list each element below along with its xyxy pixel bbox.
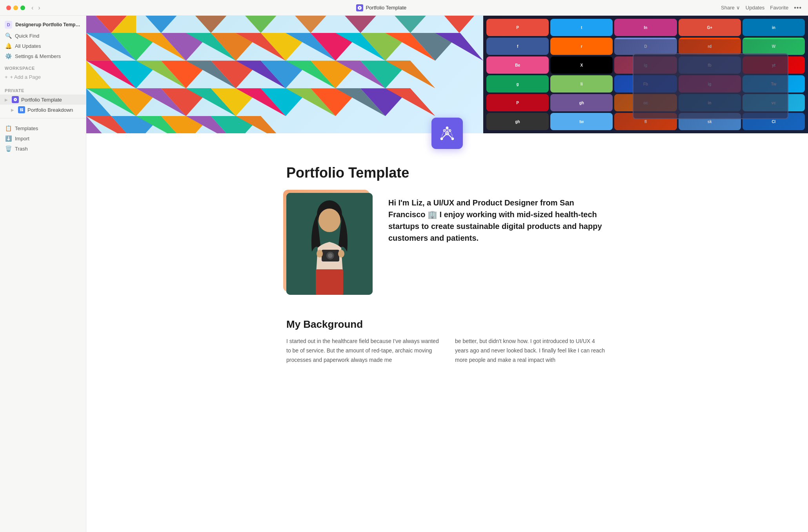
- expand-icon[interactable]: ▶: [3, 96, 9, 103]
- profile-image: [286, 193, 373, 295]
- trash-icon: 🗑️: [5, 145, 12, 152]
- sidebar-divider: [0, 118, 86, 118]
- workspace-section-label: WORKSPACE: [0, 61, 86, 72]
- sidebar-item-import[interactable]: ⬇️ Import: [0, 133, 86, 143]
- bell-icon: 🔔: [5, 43, 12, 49]
- expand-icon-breakdown[interactable]: ▶: [9, 107, 16, 113]
- page-main-icon[interactable]: [431, 118, 463, 149]
- portfolio-breakdown-icon: [18, 106, 25, 113]
- background-col2: be better, but didn't know how. I got in…: [455, 337, 608, 365]
- templates-label: Templates: [15, 125, 38, 131]
- close-button[interactable]: [6, 5, 11, 10]
- hero-background: P t In G+ in f r D rd W Be X ig fb: [86, 16, 808, 133]
- profile-section: Hi I'm Liz, a UI/UX and Product Designer…: [286, 193, 608, 295]
- maximize-button[interactable]: [20, 5, 25, 10]
- svg-point-77: [318, 209, 340, 232]
- window-controls: [6, 5, 25, 10]
- social-icon: r: [550, 38, 613, 55]
- sidebar-bottom-items: 📋 Templates ⬇️ Import 🗑️ Trash: [0, 123, 86, 154]
- svg-point-81: [328, 253, 333, 258]
- portfolio-breakdown-label: Portfolio Breakdown: [27, 107, 73, 113]
- social-icon: gh: [550, 94, 613, 111]
- titlebar-right: Share ∨ Updates Favorite •••: [721, 4, 802, 11]
- background-columns: I started out in the healthcare field be…: [286, 337, 608, 365]
- add-page-icon: +: [5, 74, 8, 80]
- main-content: P t In G+ in f r D rd W Be X ig fb: [86, 16, 808, 532]
- profile-figure-svg: [286, 193, 373, 295]
- svg-point-82: [317, 250, 323, 258]
- forward-button[interactable]: ›: [36, 4, 42, 12]
- page-title: Portfolio Template: [286, 165, 608, 181]
- nav-arrows: ‹ ›: [30, 4, 42, 12]
- laptop-screen: [633, 53, 788, 119]
- hero-left-panel: [86, 16, 483, 133]
- sidebar-nav-settings[interactable]: ⚙️ Settings & Members: [0, 51, 86, 61]
- workspace-logo: D: [5, 21, 12, 29]
- hero-right-panel: P t In G+ in f r D rd W Be X ig fb: [483, 16, 808, 133]
- more-options-button[interactable]: •••: [794, 4, 802, 11]
- add-page-item[interactable]: + + Add a Page: [0, 72, 86, 82]
- social-icon: in: [742, 19, 805, 36]
- social-icon: g: [486, 75, 549, 93]
- svg-marker-12: [236, 16, 286, 33]
- social-icon: Be: [486, 56, 549, 74]
- titlebar-center: Portfolio Template: [356, 4, 406, 11]
- portfolio-template-label: Portfolio Template: [21, 97, 62, 103]
- social-icon: t: [550, 19, 613, 36]
- sidebar-item-portfolio-template[interactable]: ▶ Portfolio Template: [0, 94, 86, 105]
- settings-label: Settings & Members: [15, 53, 61, 59]
- background-col1: I started out in the healthcare field be…: [286, 337, 439, 365]
- quick-find-label: Quick Find: [15, 33, 39, 39]
- sidebar-nav-quick-find[interactable]: 🔍 Quick Find: [0, 31, 86, 41]
- private-section-label: PRIVATE: [0, 84, 86, 94]
- svg-point-83: [338, 250, 344, 258]
- sidebar: D Designerup Portfolio Template 🔍 Quick …: [0, 16, 86, 532]
- portfolio-template-icon: [12, 96, 19, 103]
- svg-marker-10: [136, 16, 186, 33]
- import-icon: ⬇️: [5, 135, 12, 142]
- svg-marker-7: [435, 16, 483, 33]
- sidebar-workspace-item[interactable]: D Designerup Portfolio Template: [0, 19, 86, 31]
- app-layout: D Designerup Portfolio Template 🔍 Quick …: [0, 16, 808, 532]
- social-icon: f: [486, 38, 549, 55]
- profile-bio: Hi I'm Liz, a UI/UX and Product Designer…: [388, 197, 608, 244]
- updates-button[interactable]: Updates: [746, 5, 764, 11]
- minimize-button[interactable]: [13, 5, 18, 10]
- design-tool-icon: [439, 125, 456, 142]
- profile-text: Hi I'm Liz, a UI/UX and Product Designer…: [388, 193, 608, 244]
- ellipsis-icon: •••: [794, 4, 802, 11]
- all-updates-label: All Updates: [15, 43, 41, 49]
- titlebar: ‹ › Portfolio Template Share ∨ Updates F…: [0, 0, 808, 16]
- page-icon-wrapper: [86, 118, 808, 149]
- svg-marker-15: [386, 16, 435, 33]
- profile-image-container: [286, 193, 373, 295]
- svg-rect-78: [316, 269, 343, 295]
- share-button[interactable]: Share ∨: [721, 5, 740, 11]
- sidebar-item-templates[interactable]: 📋 Templates: [0, 123, 86, 133]
- hero-image: P t In G+ in f r D rd W Be X ig fb: [86, 16, 808, 133]
- search-icon: 🔍: [5, 33, 12, 39]
- add-page-label: + Add a Page: [10, 74, 41, 80]
- social-icon: li: [550, 75, 613, 93]
- background-heading: My Background: [286, 318, 608, 330]
- content-body: Portfolio Template: [271, 149, 624, 388]
- back-button[interactable]: ‹: [30, 4, 35, 12]
- gear-icon: ⚙️: [5, 53, 12, 59]
- social-icon: P: [486, 94, 549, 111]
- social-icon: X: [550, 56, 613, 74]
- sidebar-item-trash[interactable]: 🗑️ Trash: [0, 143, 86, 154]
- templates-icon: 📋: [5, 125, 12, 131]
- page-icon-small: [356, 4, 363, 11]
- titlebar-title: Portfolio Template: [366, 5, 406, 11]
- sidebar-nav-all-updates[interactable]: 🔔 All Updates: [0, 41, 86, 51]
- svg-marker-14: [335, 16, 385, 33]
- social-icon: G+: [679, 19, 741, 36]
- share-chevron-icon: ∨: [736, 5, 740, 11]
- titlebar-left: ‹ ›: [6, 4, 42, 12]
- social-icon: P: [486, 19, 549, 36]
- workspace-name: Designerup Portfolio Template: [15, 22, 81, 27]
- favorite-button[interactable]: Favorite: [770, 5, 788, 11]
- sidebar-item-portfolio-breakdown[interactable]: ▶ Portfolio Breakdown: [0, 105, 86, 115]
- import-label: Import: [15, 136, 29, 142]
- trash-label: Trash: [15, 146, 28, 152]
